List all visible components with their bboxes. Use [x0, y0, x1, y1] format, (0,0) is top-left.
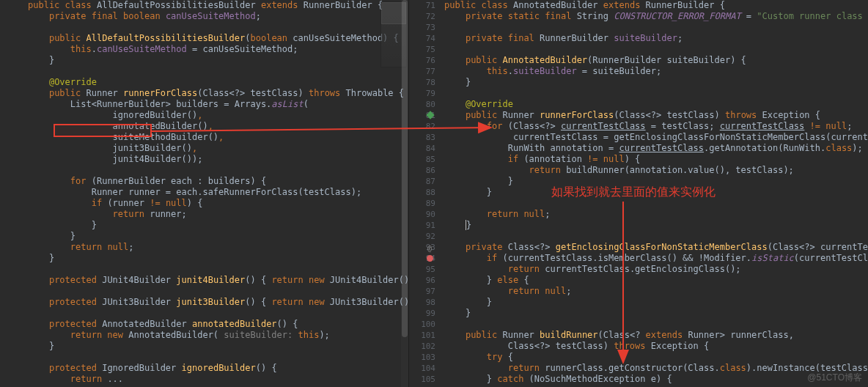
code-line[interactable]: return runner;: [28, 209, 408, 220]
code-line[interactable]: [28, 308, 408, 319]
code-line[interactable]: }: [444, 297, 868, 308]
code-line[interactable]: }: [444, 77, 868, 88]
line-number: [0, 242, 19, 253]
code-line[interactable]: for (Class<?> currentTestClass = testCla…: [444, 121, 868, 132]
code-line[interactable]: [28, 264, 408, 275]
code-line[interactable]: return null;: [444, 209, 868, 220]
code-line[interactable]: }: [28, 341, 408, 352]
code-line[interactable]: [444, 231, 868, 242]
line-number: 97: [409, 286, 435, 297]
left-scrollbar[interactable]: [401, 0, 408, 387]
left-editor-pane[interactable]: public class AllDefaultPossibilitiesBuil…: [0, 0, 409, 387]
line-number: [0, 220, 19, 231]
code-line[interactable]: return buildRunner(annotation.value(), t…: [444, 165, 868, 176]
code-line[interactable]: protected JUnit4Builder junit4Builder() …: [28, 275, 408, 286]
code-line[interactable]: [444, 319, 868, 330]
code-line[interactable]: public class AllDefaultPossibilitiesBuil…: [28, 0, 408, 11]
code-line[interactable]: return currentTestClass.getEnclosingClas…: [444, 264, 868, 275]
code-line[interactable]: RunWith annotation = currentTestClass.ge…: [444, 143, 868, 154]
line-number: 72: [409, 11, 435, 22]
code-line[interactable]: try {: [444, 352, 868, 363]
code-line[interactable]: [444, 22, 868, 33]
line-number: 77: [409, 66, 435, 77]
right-gutter: 7172737475767778798081828384858687888990…: [409, 0, 444, 387]
code-line[interactable]: return new AnnotatedBuilder( suiteBuilde…: [28, 330, 408, 341]
line-number: [0, 253, 19, 264]
code-line[interactable]: }: [444, 220, 868, 231]
code-line[interactable]: [28, 352, 408, 363]
code-line[interactable]: junit4Builder());: [28, 154, 408, 165]
code-line[interactable]: public Runner buildRunner(Class<? extend…: [444, 330, 868, 341]
code-line[interactable]: }: [444, 308, 868, 319]
code-line[interactable]: public class AnnotatedBuilder extends Ru…: [444, 0, 868, 11]
code-line[interactable]: for (RunnerBuilder each : builders) {: [28, 176, 408, 187]
line-number: [0, 110, 19, 121]
code-line[interactable]: private final boolean canUseSuiteMethod;: [28, 11, 408, 22]
line-number: 71: [409, 0, 435, 11]
line-number: [0, 330, 19, 341]
code-line[interactable]: return null;: [444, 286, 868, 297]
line-number: [0, 66, 19, 77]
code-line[interactable]: }: [28, 220, 408, 231]
code-line[interactable]: if (annotation != null) {: [444, 154, 868, 165]
code-line[interactable]: } catch (NoSuchMethodException e) {: [444, 374, 868, 385]
line-number: 92: [409, 231, 435, 242]
annotation-gutter-icon[interactable]: @: [427, 244, 432, 252]
code-line[interactable]: public Runner runnerForClass(Class<?> te…: [28, 88, 408, 99]
line-number: 86: [409, 165, 435, 176]
code-line[interactable]: private static final String CONSTRUCTOR_…: [444, 11, 868, 22]
code-line[interactable]: if (currentTestClass.isMemberClass() && …: [444, 253, 868, 264]
code-line[interactable]: currentTestClass = getEnclosingClassForN…: [444, 132, 868, 143]
code-line[interactable]: return runnerClass.getConstructor(Class.…: [444, 363, 868, 374]
code-line[interactable]: }: [28, 253, 408, 264]
code-line[interactable]: junit3Builder(),: [28, 143, 408, 154]
line-number: [0, 275, 19, 286]
code-line[interactable]: ignoredBuilder(),: [28, 110, 408, 121]
code-line[interactable]: List<RunnerBuilder> builders = Arrays.as…: [28, 99, 408, 110]
code-line[interactable]: @Override: [444, 99, 868, 110]
code-line[interactable]: protected JUnit3Builder junit3Builder() …: [28, 297, 408, 308]
code-line[interactable]: public AnnotatedBuilder(RunnerBuilder su…: [444, 55, 868, 66]
code-line[interactable]: [444, 88, 868, 99]
line-number: 76: [409, 55, 435, 66]
code-line[interactable]: }: [28, 55, 408, 66]
code-line[interactable]: protected AnnotatedBuilder annotatedBuil…: [28, 319, 408, 330]
line-number: 87: [409, 176, 435, 187]
code-line[interactable]: private final RunnerBuilder suiteBuilder…: [444, 33, 868, 44]
line-number: 80: [409, 99, 435, 110]
line-number: [0, 308, 19, 319]
code-line[interactable]: Runner runner = each.safeRunnerForClass(…: [28, 187, 408, 198]
code-line[interactable]: public AllDefaultPossibilitiesBuilder(bo…: [28, 33, 408, 44]
line-number: 83: [409, 132, 435, 143]
code-line[interactable]: return null;: [28, 242, 408, 253]
code-line[interactable]: @Override: [28, 77, 408, 88]
line-number: [0, 187, 19, 198]
code-line[interactable]: } else {: [444, 275, 868, 286]
code-line[interactable]: }: [28, 231, 408, 242]
code-line[interactable]: private Class<?> getEnclosingClassForNon…: [444, 242, 868, 253]
code-line[interactable]: return ...: [28, 374, 408, 385]
left-code[interactable]: public class AllDefaultPossibilitiesBuil…: [28, 0, 408, 385]
code-line[interactable]: this.canUseSuiteMethod = canUseSuiteMeth…: [28, 44, 408, 55]
code-line[interactable]: this.suiteBuilder = suiteBuilder;: [444, 66, 868, 77]
code-line[interactable]: [444, 44, 868, 55]
annotation-text: 如果找到就去里面的值来实例化: [551, 185, 716, 200]
highlight-box: [54, 124, 152, 137]
left-scrollbar-thumb[interactable]: [402, 0, 408, 337]
code-line[interactable]: protected IgnoredBuilder ignoredBuilder(…: [28, 363, 408, 374]
code-line[interactable]: public Runner runnerForClass(Class<?> te…: [444, 110, 868, 121]
line-number: 78: [409, 77, 435, 88]
code-line[interactable]: [28, 66, 408, 77]
code-line[interactable]: [28, 165, 408, 176]
code-line[interactable]: Class<?> testClass) throws Exception {: [444, 341, 868, 352]
code-line[interactable]: [28, 22, 408, 33]
breakpoint-icon[interactable]: [427, 255, 433, 262]
line-number: 79: [409, 88, 435, 99]
line-number: [0, 341, 19, 352]
code-line[interactable]: [28, 286, 408, 297]
code-line[interactable]: if (runner != null) {: [28, 198, 408, 209]
line-number: [0, 44, 19, 55]
line-number: [0, 297, 19, 308]
line-number: 85: [409, 154, 435, 165]
line-number: [0, 121, 19, 132]
